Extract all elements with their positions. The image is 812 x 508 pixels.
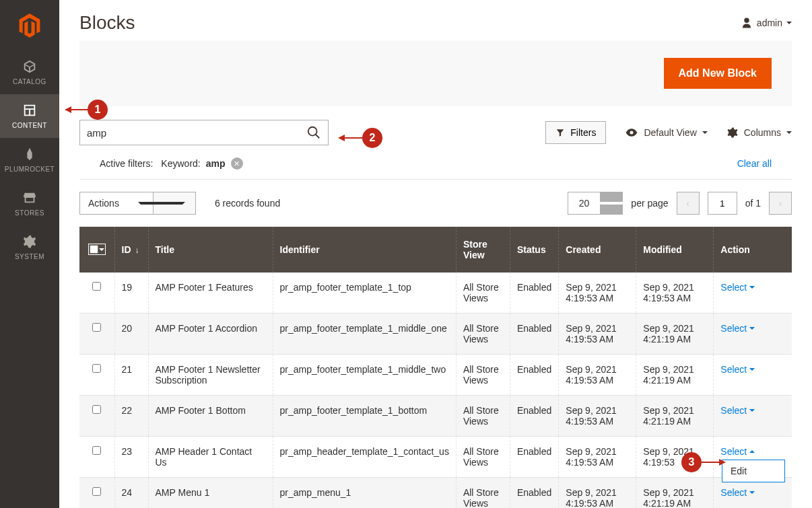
row-checkbox[interactable] [92,446,101,455]
cell-title: AMP Menu 1 [148,478,273,509]
column-store-view[interactable]: Store View [456,227,510,273]
chevron-down-icon [749,409,755,412]
svg-marker-5 [338,135,345,141]
magento-logo[interactable] [0,0,59,50]
column-checkbox[interactable] [79,227,114,273]
rocket-icon [22,147,37,161]
cell-action: Select Edit [714,437,792,478]
select-action-link[interactable]: Select [720,405,755,416]
remove-filter-button[interactable]: ✕ [231,157,243,170]
gear-icon [726,126,739,139]
page-size-select[interactable]: 20 [568,192,623,215]
bulk-actions-select[interactable]: Actions [79,192,196,215]
cell-created: Sep 9, 2021 4:19:53 AM [559,396,636,437]
cell-modified: Sep 9, 2021 4:21:19 AM [636,396,714,437]
cell-modified: Sep 9, 2021 4:19:53 [636,437,714,478]
column-id[interactable]: ID↓ [114,227,148,273]
row-checkbox[interactable] [92,487,101,496]
cell-created: Sep 9, 2021 4:19:53 AM [559,273,636,314]
sidebar-item-catalog[interactable]: CATALOG [0,50,59,94]
select-action-link[interactable]: Select [720,487,755,498]
chevron-down-icon [749,368,755,371]
cell-modified: Sep 9, 2021 4:19:53 AM [636,273,714,314]
cell-store-view: All Store Views [456,478,510,509]
columns-button[interactable]: Columns [726,126,792,139]
magento-icon [19,13,40,38]
cell-action: Select [714,273,792,314]
cell-title: AMP Header 1 Contact Us [148,437,273,478]
sidebar-item-system[interactable]: SYSTEM [0,225,59,269]
gear-icon [22,234,37,249]
filters-button[interactable]: Filters [545,121,606,144]
cell-identifier: pr_amp_header_template_1_contact_us [273,437,456,478]
search-icon[interactable] [306,125,321,140]
next-page-button[interactable]: › [769,192,792,215]
add-new-block-button[interactable]: Add New Block [664,58,772,89]
cell-modified: Sep 9, 2021 4:21:19 AM [636,355,714,396]
active-filters-label: Active filters: [100,158,153,169]
cell-action: Select [714,396,792,437]
svg-line-1 [316,135,320,139]
cell-identifier: pr_amp_footer_template_1_top [273,273,456,314]
select-action-link[interactable]: Select [720,282,755,293]
cell-modified: Sep 9, 2021 4:21:19 AM [636,478,714,509]
chevron-up-icon [749,450,755,453]
cell-title: AMP Footer 1 Accordion [148,314,273,355]
cell-status: Enabled [510,273,558,314]
user-menu[interactable]: admin [741,17,792,29]
svg-point-0 [308,127,317,136]
row-checkbox[interactable] [92,364,101,373]
cube-icon [22,59,37,74]
table-row: 21 AMP Footer 1 Newsletter Subscription … [79,355,792,396]
current-page-input[interactable] [708,192,737,215]
row-checkbox[interactable] [92,405,101,414]
table-row: 22 AMP Footer 1 Bottom pr_amp_footer_tem… [79,396,792,437]
column-modified[interactable]: Modified [636,227,714,273]
select-action-link[interactable]: Select [720,364,755,375]
select-action-link[interactable]: Select [720,323,755,334]
cell-status: Enabled [510,355,558,396]
column-title[interactable]: Title [148,227,273,273]
row-checkbox[interactable] [92,323,101,332]
cell-created: Sep 9, 2021 4:19:53 AM [559,437,636,478]
arrow-icon [702,458,726,466]
default-view-button[interactable]: Default View [625,126,707,139]
cell-id: 24 [114,478,148,509]
table-row: 20 AMP Footer 1 Accordion pr_amp_footer_… [79,314,792,355]
cell-title: AMP Footer 1 Newsletter Subscription [148,355,273,396]
column-status[interactable]: Status [510,227,558,273]
page-size-caret [600,192,622,214]
cell-modified: Sep 9, 2021 4:21:19 AM [636,314,714,355]
sidebar-item-content[interactable]: CONTENT [0,94,59,138]
cell-title: AMP Footer 1 Features [148,273,273,314]
user-icon [741,17,753,29]
sort-arrow-icon: ↓ [135,246,139,255]
cell-created: Sep 9, 2021 4:19:53 AM [559,314,636,355]
select-action-link[interactable]: Select [720,446,755,457]
edit-action[interactable]: Edit [722,460,784,482]
default-view-label: Default View [644,127,696,138]
column-created[interactable]: Created [559,227,636,273]
search-box[interactable] [79,120,329,145]
cell-id: 23 [114,437,148,478]
cell-id: 21 [114,355,148,396]
main-content: Blocks admin Add New Block Filters Defau… [59,0,812,508]
row-checkbox[interactable] [92,282,101,291]
cell-created: Sep 9, 2021 4:19:53 AM [559,355,636,396]
active-filters-bar: Active filters: Keyword: amp ✕ Clear all [79,157,792,180]
actions-caret [153,192,195,214]
select-all-checkbox[interactable] [90,245,98,254]
callout-2: 2 [362,128,382,148]
filter-key-label: Keyword: [161,158,200,169]
column-identifier[interactable]: Identifier [273,227,456,273]
chevron-down-icon [749,491,755,494]
search-input[interactable] [87,127,306,139]
arrow-icon [65,106,89,114]
sidebar-item-label: PLUMROCKET [5,166,55,173]
clear-all-link[interactable]: Clear all [737,158,772,169]
prev-page-button[interactable]: ‹ [677,192,700,215]
records-found-label: 6 records found [215,198,280,209]
sidebar-item-stores[interactable]: STORES [0,182,59,225]
table-row: 24 AMP Menu 1 pr_amp_menu_1 All Store Vi… [79,478,792,509]
sidebar-item-plumrocket[interactable]: PLUMROCKET [0,138,59,182]
